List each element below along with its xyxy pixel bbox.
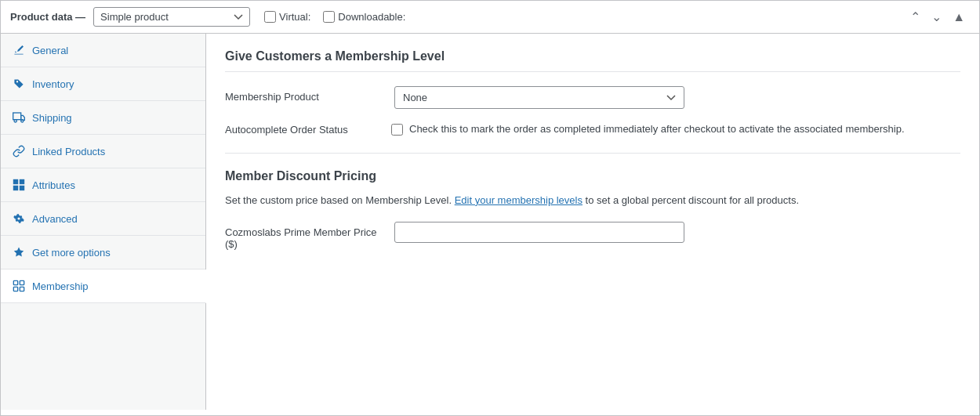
price-input[interactable] (394, 222, 684, 243)
membership-product-select-wrapper: None (394, 86, 684, 109)
edit-membership-levels-link[interactable]: Edit your membership levels (455, 194, 583, 206)
svg-rect-7 (13, 280, 17, 284)
sidebar-item-membership[interactable]: Membership (1, 269, 206, 303)
sidebar-item-get-more-options[interactable]: Get more options (1, 236, 205, 269)
svg-point-1 (14, 120, 16, 122)
tag-icon (12, 77, 26, 91)
sidebar-item-shipping-label: Shipping (32, 112, 72, 124)
truck-icon (12, 110, 26, 125)
virtual-label: Virtual: (279, 11, 310, 23)
collapse-button[interactable]: ▲ (948, 8, 970, 27)
section-divider (225, 153, 960, 154)
grid-icon (12, 178, 26, 192)
sidebar-item-advanced[interactable]: Advanced (1, 202, 205, 236)
membership-product-field: None (394, 86, 960, 109)
svg-rect-10 (20, 287, 24, 291)
svg-rect-9 (13, 287, 17, 291)
gear-icon (12, 212, 26, 226)
product-data-body: General Inventory Shipping (1, 34, 979, 410)
svg-rect-5 (13, 186, 18, 190)
header-actions: ⌃ ⌄ ▲ (906, 8, 970, 27)
autocomplete-checkbox[interactable] (391, 124, 403, 136)
downloadable-checkbox[interactable] (323, 11, 335, 23)
discount-desc-before: Set the custom price based on Membership… (225, 194, 452, 206)
main-content: Give Customers a Membership Level Member… (206, 34, 979, 410)
autocomplete-field: Check this to mark the order as complete… (391, 121, 960, 137)
price-label: Cozmoslabs Prime Member Price ($) (225, 222, 382, 250)
sidebar-item-inventory-label: Inventory (32, 78, 74, 90)
virtual-checkbox[interactable] (264, 11, 276, 23)
product-data-label: Product data — (10, 11, 85, 23)
autocomplete-label: Autocomplete Order Status (225, 121, 382, 136)
product-data-sidebar: General Inventory Shipping (1, 34, 206, 410)
product-data-header: Product data — Simple product Virtual: D… (1, 1, 979, 34)
sidebar-item-linked-products[interactable]: Linked Products (1, 135, 205, 168)
sidebar-item-attributes-label: Attributes (32, 179, 75, 191)
svg-rect-4 (20, 179, 24, 184)
sidebar-item-general-label: General (32, 45, 68, 56)
sidebar-item-get-more-options-label: Get more options (32, 247, 111, 259)
sidebar-item-inventory[interactable]: Inventory (1, 67, 205, 101)
link-icon (12, 144, 26, 158)
downloadable-label: Downloadable: (338, 11, 405, 23)
downloadable-option[interactable]: Downloadable: (323, 11, 405, 23)
membership-product-label: Membership Product (225, 86, 382, 103)
svg-rect-6 (20, 186, 24, 190)
sidebar-item-advanced-label: Advanced (32, 213, 78, 225)
virtual-downloadable-options: Virtual: Downloadable: (264, 11, 405, 23)
svg-rect-0 (13, 113, 21, 120)
users-icon (12, 279, 26, 293)
wrench-icon (12, 43, 26, 57)
sidebar-item-shipping[interactable]: Shipping (1, 101, 205, 135)
svg-point-2 (21, 120, 24, 122)
sidebar-item-linked-products-label: Linked Products (32, 146, 105, 157)
discount-desc-after: to set a global percent discount for all… (586, 194, 799, 206)
star-icon (12, 245, 26, 259)
expand-down-button[interactable]: ⌄ (927, 8, 946, 27)
virtual-option[interactable]: Virtual: (264, 11, 310, 23)
discount-section-title: Member Discount Pricing (225, 169, 960, 183)
sidebar-item-attributes[interactable]: Attributes (1, 168, 205, 202)
sidebar-item-general[interactable]: General (1, 34, 205, 67)
membership-product-row: Membership Product None (225, 86, 960, 109)
price-row: Cozmoslabs Prime Member Price ($) (225, 222, 960, 250)
sidebar-item-membership-label: Membership (32, 280, 89, 292)
product-type-select[interactable]: Simple product (93, 7, 250, 27)
price-field (394, 222, 960, 243)
membership-product-select[interactable]: None (394, 86, 684, 109)
discount-desc: Set the custom price based on Membership… (225, 193, 960, 208)
autocomplete-order-row: Autocomplete Order Status Check this to … (225, 121, 960, 137)
membership-section-title: Give Customers a Membership Level (225, 49, 960, 72)
svg-rect-3 (13, 179, 18, 184)
svg-rect-8 (20, 280, 24, 284)
expand-up-button[interactable]: ⌃ (906, 8, 925, 27)
autocomplete-desc: Check this to mark the order as complete… (409, 121, 905, 137)
product-data-panel: Product data — Simple product Virtual: D… (0, 0, 980, 416)
